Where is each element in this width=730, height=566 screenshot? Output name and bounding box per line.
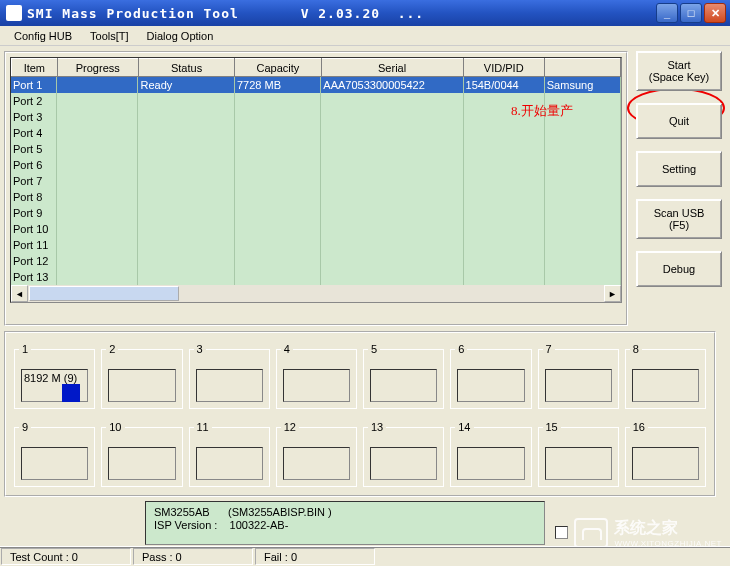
table-row[interactable]: Port 8 (11, 189, 621, 205)
col-item[interactable]: Item (12, 59, 58, 77)
status-fail: Fail : 0 (255, 548, 375, 565)
quit-button[interactable]: Quit (636, 103, 722, 139)
slot-1[interactable]: 18192 M (9) (14, 343, 95, 409)
watermark: 系统之家 WWW.XITONGZHIJIA.NET (574, 518, 722, 548)
slot-6[interactable]: 6 (450, 343, 531, 409)
slot-12[interactable]: 12 (276, 421, 357, 487)
window-title: SMI Mass Production Tool V 2.03.20 ... (27, 6, 656, 21)
close-button[interactable]: ✕ (704, 3, 726, 23)
port-table[interactable]: ItemProgressStatusCapacitySerialVID/PID (11, 58, 621, 77)
table-row[interactable]: Port 6 (11, 157, 621, 173)
table-row[interactable]: Port 1Ready7728 MBAAA7053300005422154B/0… (11, 77, 621, 93)
table-row[interactable]: Port 13 (11, 269, 621, 285)
slot-2[interactable]: 2 (101, 343, 182, 409)
scan-usb-button[interactable]: Scan USB (F5) (636, 199, 722, 239)
col-status[interactable]: Status (138, 59, 234, 77)
slot-4[interactable]: 4 (276, 343, 357, 409)
table-row[interactable]: Port 12 (11, 253, 621, 269)
col-progress[interactable]: Progress (57, 59, 138, 77)
col-capacity[interactable]: Capacity (235, 59, 321, 77)
slot-14[interactable]: 14 (450, 421, 531, 487)
slot-15[interactable]: 15 (538, 421, 619, 487)
slot-11[interactable]: 11 (189, 421, 270, 487)
slot-panel: 18192 M (9)2345678 910111213141516 (4, 331, 716, 497)
scroll-left-button[interactable]: ◄ (11, 285, 28, 302)
menu-config-hub[interactable]: Config HUB (6, 28, 80, 44)
watermark-text: 系统之家 (614, 518, 722, 539)
slot-13[interactable]: 13 (363, 421, 444, 487)
scroll-thumb[interactable] (29, 286, 179, 301)
info-line2: ISP Version : 100322-AB- (154, 519, 288, 531)
slot-indicator (62, 384, 80, 402)
table-row[interactable]: Port 11 (11, 237, 621, 253)
table-row[interactable]: Port 9 (11, 205, 621, 221)
title-bar: SMI Mass Production Tool V 2.03.20 ... _… (0, 0, 730, 26)
start-button[interactable]: Start (Space Key) (636, 51, 722, 91)
app-icon (6, 5, 22, 21)
slot-7[interactable]: 7 (538, 343, 619, 409)
checkbox[interactable] (555, 526, 568, 539)
slot-16[interactable]: 16 (625, 421, 706, 487)
col-extra[interactable] (544, 59, 620, 77)
scroll-right-button[interactable]: ► (604, 285, 621, 302)
col-serial[interactable]: Serial (321, 59, 463, 77)
watermark-icon (574, 518, 608, 548)
menu-bar: Config HUBTools[T]Dialog Option (0, 26, 730, 46)
table-row[interactable]: Port 3 (11, 109, 621, 125)
menu-dialog-option[interactable]: Dialog Option (139, 28, 222, 44)
status-test-count: Test Count : 0 (1, 548, 131, 565)
debug-button[interactable]: Debug (636, 251, 722, 287)
status-pass: Pass : 0 (133, 548, 253, 565)
slot-8[interactable]: 8 (625, 343, 706, 409)
table-row[interactable]: Port 5 (11, 141, 621, 157)
info-line1: SM3255AB (SM3255ABISP.BIN ) (154, 506, 332, 518)
minimize-button[interactable]: _ (656, 3, 678, 23)
side-buttons: Start (Space Key) Quit Setting Scan USB … (636, 51, 722, 287)
horizontal-scrollbar[interactable]: ◄ ► (11, 285, 621, 302)
slot-3[interactable]: 3 (189, 343, 270, 409)
start-label-2: (Space Key) (649, 71, 710, 83)
start-label-1: Start (667, 59, 690, 71)
port-table-panel: ItemProgressStatusCapacitySerialVID/PID … (4, 51, 628, 326)
slot-5[interactable]: 5 (363, 343, 444, 409)
status-bar: Test Count : 0 Pass : 0 Fail : 0 (0, 546, 730, 566)
menu-tools-t-[interactable]: Tools[T] (82, 28, 137, 44)
setting-button[interactable]: Setting (636, 151, 722, 187)
scan-label-1: Scan USB (654, 207, 705, 219)
col-vid/pid[interactable]: VID/PID (463, 59, 544, 77)
info-panel: SM3255AB (SM3255ABISP.BIN ) ISP Version … (145, 501, 545, 545)
slot-10[interactable]: 10 (101, 421, 182, 487)
table-row[interactable]: Port 2 (11, 93, 621, 109)
scan-label-2: (F5) (669, 219, 689, 231)
maximize-button[interactable]: □ (680, 3, 702, 23)
table-row[interactable]: Port 4 (11, 125, 621, 141)
table-row[interactable]: Port 10 (11, 221, 621, 237)
window-controls: _ □ ✕ (656, 3, 726, 23)
slot-9[interactable]: 9 (14, 421, 95, 487)
table-row[interactable]: Port 7 (11, 173, 621, 189)
